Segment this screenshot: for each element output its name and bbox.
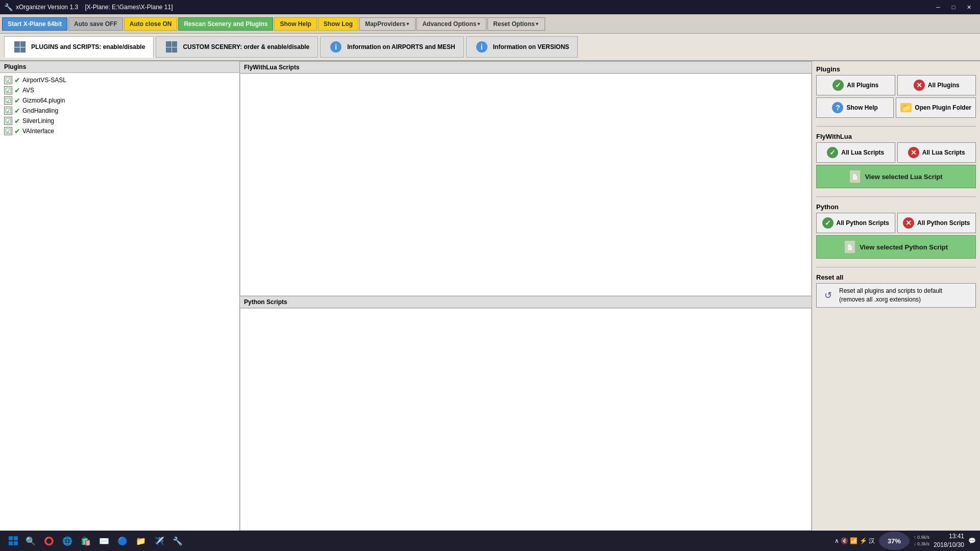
- taskbar-xorg-icon[interactable]: 🔧: [169, 533, 186, 549]
- main-content: Plugins ☑ ✔ AirportVS-SASL ☑ ✔ AVS ☑ ✔ G…: [0, 61, 980, 531]
- taskbar-search-icon[interactable]: 🔍: [22, 533, 39, 549]
- taskbar-pinned-icons: 🔍 ⭕ 🌐 🛍️ ✉️ 🔵 📁 ✈️ 🔧: [22, 533, 186, 549]
- airports-tab-icon: i: [329, 40, 343, 54]
- flywith-scripts-list[interactable]: [240, 73, 812, 296]
- plugin-list-item[interactable]: ☑ ✔ AirportVS-SASL: [2, 75, 237, 85]
- advanced-options-button[interactable]: Advanced Options: [416, 17, 486, 31]
- folder-icon: 📁: [900, 103, 912, 112]
- all-plugins-disable-button[interactable]: ✕ All Plugins: [897, 75, 976, 95]
- taskbar-chrome-icon[interactable]: 🔵: [114, 533, 131, 549]
- minimize-button[interactable]: ─: [931, 2, 945, 12]
- taskbar-cortana-icon[interactable]: ⭕: [41, 533, 57, 549]
- right-python-section: Python ✓ All Python Scripts ✕ All Python…: [816, 203, 976, 261]
- title-text: xOrganizer Version 1.3 [X-Plane: E:\Game…: [16, 4, 931, 11]
- taskbar-edge-icon[interactable]: 🌐: [59, 533, 76, 549]
- check-circle-icon: ✓: [832, 80, 844, 91]
- checkbox-check-icon: ☑: [5, 107, 12, 115]
- open-plugin-folder-button[interactable]: 📁 Open Plugin Folder: [896, 97, 976, 118]
- question-icon: ?: [832, 102, 843, 113]
- flywith-section-title: FlyWithLua Scripts: [240, 61, 812, 73]
- maximize-button[interactable]: □: [946, 2, 961, 12]
- view-python-button[interactable]: 📄 View selected Python Script: [816, 235, 976, 259]
- tab-versions[interactable]: i Information on VERSIONS: [466, 36, 578, 58]
- python-check-icon: ✓: [822, 217, 834, 229]
- right-showhelp-button[interactable]: ? Show Help: [816, 97, 894, 118]
- lua-x-icon: ✕: [908, 147, 919, 158]
- plugin-checkbox[interactable]: ☑: [4, 96, 12, 105]
- python-doc-icon: 📄: [844, 240, 855, 254]
- plugin-checkbox[interactable]: ☑: [4, 86, 12, 94]
- plugin-list-item[interactable]: ☑ ✔ GndHandling: [2, 106, 237, 116]
- plugin-enable-check: ✔: [14, 127, 20, 135]
- grid-icon2: [166, 41, 177, 53]
- all-plugins-enable-button[interactable]: ✓ All Plugins: [816, 75, 895, 95]
- plugin-name-label: AirportVS-SASL: [22, 77, 66, 84]
- right-flywith-title: FlyWithLua: [816, 133, 976, 140]
- plugin-checkbox[interactable]: ☑: [4, 107, 12, 115]
- all-python-disable-button[interactable]: ✕ All Python Scripts: [897, 213, 976, 233]
- right-flywith-section: FlyWithLua ✓ All Lua Scripts ✕ All Lua S…: [816, 133, 976, 190]
- python-section-title: Python Scripts: [240, 296, 812, 308]
- taskbar-store-icon[interactable]: 🛍️: [78, 533, 94, 549]
- network-widget: 37%: [879, 532, 910, 550]
- tab-airports[interactable]: i Information on AIRPORTS and MESH: [320, 36, 464, 58]
- right-plugins-section: Plugins ✓ All Plugins ✕ All Plugins ? Sh…: [816, 65, 976, 120]
- titlebar: 🔧 xOrganizer Version 1.3 [X-Plane: E:\Ga…: [0, 0, 980, 14]
- divider2: [816, 196, 976, 197]
- all-python-enable-button[interactable]: ✓ All Python Scripts: [816, 213, 895, 233]
- plugin-checkbox[interactable]: ☑: [4, 76, 12, 84]
- reset-options-button[interactable]: Reset Options: [487, 17, 545, 31]
- info-icon2: i: [476, 41, 487, 53]
- taskbar-xplane-icon[interactable]: ✈️: [151, 533, 167, 549]
- tab-plugins[interactable]: PLUGINS and SCRIPTS: enable/disable: [4, 36, 154, 58]
- mapproviders-button[interactable]: MapProviders: [359, 17, 415, 31]
- toolbar-showhelp-button[interactable]: Show Help: [274, 17, 316, 31]
- windows-logo-icon: [8, 536, 18, 546]
- plugins-help-row: ? Show Help 📁 Open Plugin Folder: [816, 97, 976, 118]
- plugin-checkbox[interactable]: ☑: [4, 127, 12, 135]
- lua-btn-row: ✓ All Lua Scripts ✕ All Lua Scripts: [816, 142, 976, 163]
- reset-all-button[interactable]: ↺ Reset all plugins and scripts to defau…: [816, 283, 976, 308]
- plugin-checkbox[interactable]: ☑: [4, 117, 12, 125]
- info-icon: i: [330, 41, 341, 53]
- network-percent: 37%: [888, 537, 901, 545]
- python-scripts-list[interactable]: [240, 308, 812, 531]
- all-lua-disable-button[interactable]: ✕ All Lua Scripts: [897, 142, 976, 163]
- showlog-button[interactable]: Show Log: [318, 17, 358, 31]
- plugin-enable-check: ✔: [14, 96, 20, 105]
- plugin-enable-check: ✔: [14, 76, 20, 84]
- start-xplane-button[interactable]: Start X-Plane 64bit: [2, 17, 67, 31]
- right-reset-title: Reset all: [816, 273, 976, 281]
- svg-rect-1: [14, 536, 18, 540]
- autosave-button[interactable]: Auto save OFF: [68, 17, 123, 31]
- taskbar-notification-icon[interactable]: 💬: [968, 537, 976, 544]
- app-icon: 🔧: [4, 3, 13, 11]
- plugin-list-item[interactable]: ☑ ✔ SilverLining: [2, 116, 237, 126]
- taskbar-clock: 13:41 2018/10/30: [934, 532, 964, 549]
- close-button[interactable]: ✕: [962, 2, 976, 12]
- reset-icon: ↺: [821, 288, 835, 303]
- start-button[interactable]: [4, 532, 22, 550]
- flywith-section: FlyWithLua Scripts: [240, 61, 812, 296]
- svg-rect-3: [14, 541, 18, 545]
- right-plugins-title: Plugins: [816, 65, 976, 73]
- tab-scenery[interactable]: CUSTOM SCENERY: order & enable/disable: [156, 36, 318, 58]
- plugin-list-item[interactable]: ☑ ✔ Gizmo64.plugin: [2, 95, 237, 106]
- x-circle-icon: ✕: [914, 80, 925, 91]
- rescan-button[interactable]: Rescan Scenery and Plugins: [178, 17, 273, 31]
- all-lua-enable-button[interactable]: ✓ All Lua Scripts: [816, 142, 895, 163]
- taskbar-folder-icon[interactable]: 📁: [133, 533, 149, 549]
- lua-check-icon: ✓: [827, 147, 838, 158]
- plugin-name-label: AVS: [22, 87, 34, 94]
- plugin-list-item[interactable]: ☑ ✔ AVS: [2, 85, 237, 95]
- plugin-name-label: SilverLining: [22, 117, 54, 124]
- checkbox-check-icon: ☑: [5, 117, 12, 125]
- view-lua-button[interactable]: 📄 View selected Lua Script: [816, 165, 976, 188]
- python-section: Python Scripts: [240, 296, 812, 531]
- plugin-list-item[interactable]: ☑ ✔ VAInterface: [2, 126, 237, 136]
- center-panel: FlyWithLua Scripts Python Scripts: [240, 61, 812, 531]
- checkbox-check-icon: ☑: [5, 76, 12, 84]
- checkbox-check-icon: ☑: [5, 96, 12, 105]
- taskbar-mail-icon[interactable]: ✉️: [96, 533, 112, 549]
- autoclose-button[interactable]: Auto close ON: [124, 17, 178, 31]
